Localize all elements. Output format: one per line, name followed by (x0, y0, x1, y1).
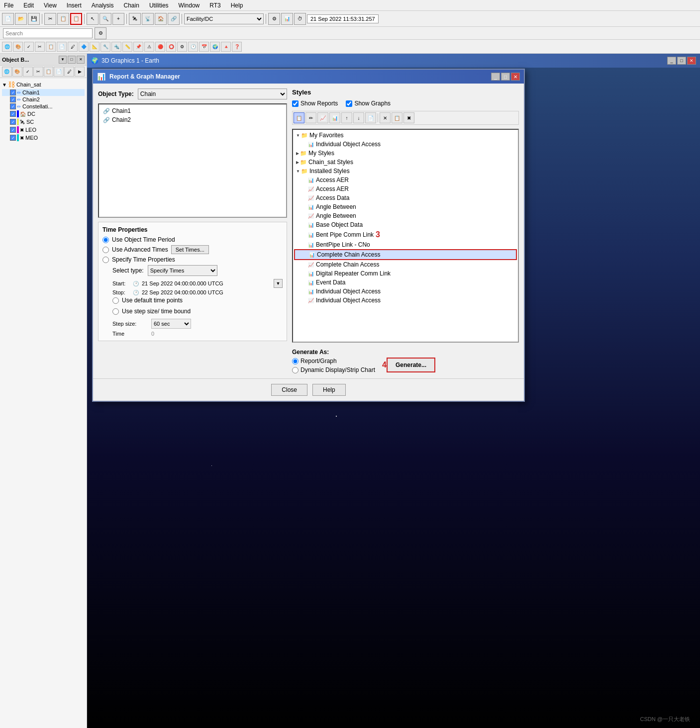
meo-check[interactable]: ✓ (10, 135, 16, 141)
ob-btn-2[interactable]: 🎨 (12, 67, 22, 77)
icon-btn-17[interactable]: ⚙ (177, 42, 187, 52)
chain-btn[interactable]: 🔗 (168, 13, 180, 25)
tree-item-chain2[interactable]: ✓ ✏ Chain2 (2, 96, 85, 103)
search-input[interactable] (3, 28, 93, 38)
style-item-access-aer-1[interactable]: 📊 Access AER (294, 176, 517, 184)
style-item-individual-object-access-1[interactable]: 📊 Individual Object Access (294, 287, 517, 296)
icon-btn-1[interactable]: 🌐 (2, 42, 12, 52)
use-advanced-times-radio[interactable] (102, 247, 109, 253)
tree-item-constellation[interactable]: ✓ ✏ Constellati... (2, 103, 85, 110)
style-item-complete-chain-access-2[interactable]: 📈 Complete Chain Access (294, 260, 517, 269)
dc-check[interactable]: ✓ (10, 111, 16, 117)
dialog-maximize-btn[interactable]: □ (501, 73, 510, 81)
report-graph-radio[interactable] (292, 358, 299, 364)
use-object-time-label[interactable]: Use Object Time Period (112, 236, 175, 243)
use-object-time-radio[interactable] (102, 237, 109, 243)
style-item-access-aer-2[interactable]: 📈 Access AER (294, 184, 517, 193)
step-size-radio[interactable] (112, 308, 119, 315)
style-item-bentpipe-link[interactable]: 📊 BentPipe Link - CNo (294, 240, 517, 249)
style-graph-btn[interactable]: 📈 (317, 112, 328, 123)
sc-check[interactable]: ✓ (10, 119, 16, 125)
chain1-check[interactable]: ✓ (10, 90, 16, 95)
report-graph-option[interactable]: Report/Graph (292, 358, 375, 364)
time-btn[interactable]: ⏱ (294, 13, 306, 25)
style-item-event-data[interactable]: 📊 Event Data (294, 278, 517, 287)
start-arrow-btn[interactable]: ▼ (274, 279, 283, 288)
ob-collapse-btn[interactable]: □ (68, 56, 76, 64)
ob-btn-3[interactable]: ✓ (23, 67, 33, 77)
facility-combo[interactable]: Facility/DC (184, 13, 264, 24)
ob-btn-7[interactable]: 🖊 (64, 67, 74, 77)
dynamic-display-radio[interactable] (292, 367, 299, 373)
style-edit-btn[interactable]: ✏ (305, 112, 316, 123)
list-item-chain2[interactable]: 🔗 Chain2 (101, 115, 284, 124)
ob-btn-6[interactable]: 📄 (54, 67, 64, 77)
icon-btn-4[interactable]: ✂ (35, 42, 45, 52)
menu-edit[interactable]: Edit (21, 1, 36, 9)
paste-btn[interactable]: 📋 (70, 13, 82, 25)
tree-item-sc[interactable]: ✓ 🛰 SC (2, 118, 85, 126)
style-item-access-data[interactable]: 📈 Access Data (294, 193, 517, 202)
use-advanced-times-label[interactable]: Use Advanced Times (112, 246, 168, 253)
step-size-combo[interactable]: 60 sec (151, 319, 191, 329)
dialog-minimize-btn[interactable]: _ (491, 73, 500, 81)
icon-btn-12[interactable]: 📏 (122, 42, 132, 52)
dialog-close-btn[interactable]: ✕ (511, 73, 520, 81)
leo-check[interactable]: ✓ (10, 127, 16, 133)
sensor-btn[interactable]: 📡 (142, 13, 154, 25)
help-button[interactable]: Help (312, 384, 346, 396)
icon-btn-14[interactable]: ⚠ (144, 42, 154, 52)
graphics-minimize-btn[interactable]: _ (667, 57, 676, 65)
style-bar-btn[interactable]: 📊 (329, 112, 340, 123)
icon-btn-3[interactable]: ✓ (24, 42, 34, 52)
style-item-angle-between-1[interactable]: 📊 Angle Between (294, 202, 517, 211)
menu-file[interactable]: File (2, 1, 15, 9)
save-btn[interactable]: 💾 (28, 13, 40, 25)
search-settings-btn[interactable]: ⚙ (95, 27, 106, 39)
menu-help[interactable]: Help (229, 1, 245, 9)
tree-item-chain1[interactable]: ✓ ✏ Chain1 (2, 89, 85, 96)
icon-btn-6[interactable]: 📄 (57, 42, 67, 52)
style-up-btn[interactable]: ↑ (341, 112, 352, 123)
style-item-base-object-data[interactable]: 📊 Base Object Data (294, 220, 517, 229)
satellite-btn[interactable]: 🛰 (129, 13, 141, 25)
ob-btn-5[interactable]: 📋 (44, 67, 54, 77)
menu-view[interactable]: View (42, 1, 59, 9)
icon-btn-22[interactable]: ❓ (232, 42, 242, 52)
style-item-individual-object-access-2[interactable]: 📈 Individual Object Access (294, 296, 517, 305)
style-item-individual-object-access-fav[interactable]: 📊 Individual Object Access (294, 140, 517, 149)
specify-time-label[interactable]: Specify Time Properties (112, 256, 175, 263)
style-item-complete-chain-access-1[interactable]: 📊 Complete Chain Access (294, 249, 517, 260)
menu-rt3[interactable]: RT3 (207, 1, 222, 9)
icon-btn-19[interactable]: 📅 (199, 42, 209, 52)
object-type-combo[interactable]: Chain (138, 89, 287, 99)
icon-btn-5[interactable]: 📋 (46, 42, 56, 52)
show-graphs-check[interactable]: Show Graphs (346, 100, 391, 107)
layers-btn[interactable]: 📊 (281, 13, 293, 25)
cut-btn[interactable]: ✂ (44, 13, 56, 25)
chain2-check[interactable]: ✓ (10, 96, 16, 102)
icon-btn-20[interactable]: 🌍 (210, 42, 220, 52)
copy-btn[interactable]: 📋 (57, 13, 69, 25)
ob-btn-8[interactable]: ▶ (75, 67, 85, 77)
settings-btn[interactable]: ⚙ (268, 13, 280, 25)
ob-close-btn[interactable]: ✕ (77, 56, 85, 64)
zoom-btn[interactable]: 🔍 (100, 13, 111, 25)
style-delete-btn[interactable]: ✕ (380, 112, 391, 123)
icon-btn-15[interactable]: 🔴 (155, 42, 165, 52)
tree-item-meo[interactable]: ✓ ✖ MEO (2, 134, 85, 142)
list-item-chain1[interactable]: 🔗 Chain1 (101, 106, 284, 115)
style-copy-btn[interactable]: 📄 (365, 112, 376, 123)
new-btn[interactable]: 📄 (2, 13, 14, 25)
icon-btn-9[interactable]: 📐 (90, 42, 100, 52)
menu-chain[interactable]: Chain (122, 1, 141, 9)
show-reports-check[interactable]: Show Reports (292, 100, 338, 107)
tree-item-leo[interactable]: ✓ ✖ LEO (2, 126, 85, 134)
ob-btn-4[interactable]: ✂ (33, 67, 43, 77)
select-btn[interactable]: ↖ (87, 13, 99, 25)
folder-my-styles[interactable]: ▶ 📁 My Styles (294, 149, 517, 158)
style-item-bent-pipe-comm[interactable]: 📊 Bent Pipe Comm Link 3 (294, 229, 517, 240)
style-down-btn[interactable]: ↓ (353, 112, 364, 123)
show-graphs-checkbox[interactable] (346, 100, 352, 107)
select-type-combo[interactable]: Specify Times (148, 265, 217, 276)
